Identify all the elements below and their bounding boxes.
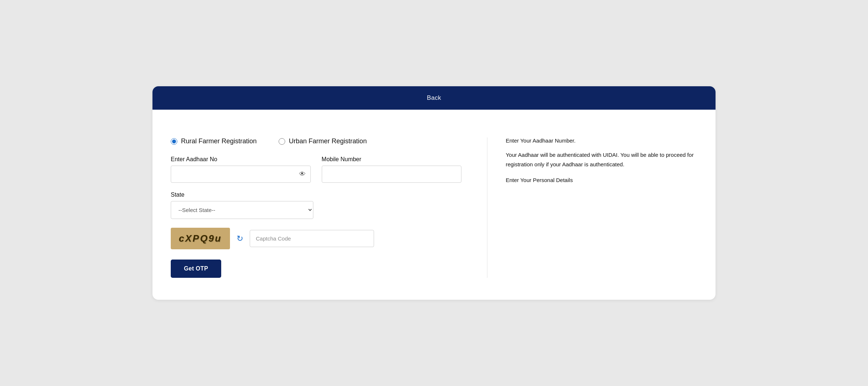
mobile-group: Mobile Number (322, 156, 462, 183)
right-section: Enter Your Aadhaar Number. Your Aadhaar … (498, 137, 697, 278)
left-section: Rural Farmer Registration Urban Farmer R… (171, 137, 476, 278)
captcha-row: cXPQ9u ↻ (171, 228, 461, 249)
personal-details-text: Enter Your Personal Details (506, 177, 697, 183)
outer-card: Back Rural Farmer Registration Urban Far… (152, 86, 716, 300)
aadhaar-info-body: Your Aadhaar will be authenticated with … (506, 150, 697, 169)
aadhaar-group: Enter Aadhaar No 👁 (171, 156, 311, 183)
state-label: State (171, 192, 461, 198)
get-otp-button[interactable]: Get OTP (171, 260, 221, 278)
captcha-input[interactable] (250, 230, 374, 247)
vertical-divider (487, 137, 487, 278)
aadhaar-mobile-row: Enter Aadhaar No 👁 Mobile Number (171, 156, 461, 183)
back-button[interactable]: Back (152, 86, 716, 110)
state-select[interactable]: --Select State-- (171, 201, 313, 219)
registration-options: Rural Farmer Registration Urban Farmer R… (171, 137, 461, 145)
rural-option[interactable]: Rural Farmer Registration (171, 137, 257, 145)
mobile-input[interactable] (322, 166, 462, 183)
aadhaar-info-title: Enter Your Aadhaar Number. (506, 137, 697, 144)
rural-label: Rural Farmer Registration (181, 137, 257, 145)
urban-option[interactable]: Urban Farmer Registration (279, 137, 367, 145)
mobile-input-wrapper (322, 166, 462, 183)
captcha-image: cXPQ9u (171, 228, 230, 249)
mobile-label: Mobile Number (322, 156, 462, 163)
refresh-icon[interactable]: ↻ (237, 234, 243, 243)
aadhaar-input-wrapper: 👁 (171, 166, 311, 183)
state-group: State --Select State-- (171, 192, 461, 219)
urban-label: Urban Farmer Registration (289, 137, 367, 145)
urban-radio[interactable] (279, 138, 285, 145)
rural-radio[interactable] (171, 138, 177, 145)
aadhaar-label: Enter Aadhaar No (171, 156, 311, 163)
eye-icon[interactable]: 👁 (299, 170, 306, 178)
aadhaar-input[interactable] (171, 166, 311, 183)
